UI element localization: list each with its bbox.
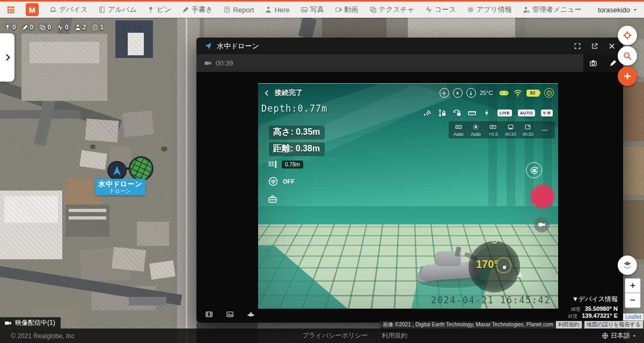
more-settings[interactable]: ⋯ — [537, 123, 554, 137]
toolbox-button[interactable] — [268, 194, 277, 206]
heading-lock-icon[interactable] — [452, 108, 462, 118]
heading-degrees: 170° — [476, 258, 498, 271]
app-grid-icon[interactable] — [6, 5, 15, 14]
search-button[interactable] — [618, 46, 637, 65]
compass-status-icon — [544, 88, 554, 98]
leaflet-link[interactable]: Leaflet — [623, 313, 643, 320]
winch-icon — [268, 176, 279, 187]
refresh-camera-icon — [530, 166, 539, 175]
nav-item-app-info[interactable]: アプリ情報 — [467, 5, 512, 14]
language-selector[interactable]: 日本語 — [602, 331, 636, 340]
nav-item-here[interactable]: Here — [265, 6, 289, 14]
caret-down-icon — [632, 334, 636, 338]
camera-settings-strip: ISOAuto Auto EV+0.5 4K30 4K30 ⋯ — [449, 121, 555, 138]
locate-button[interactable] — [618, 26, 637, 45]
winch-control[interactable]: OFF — [268, 176, 295, 187]
ruler-icon[interactable] — [467, 108, 477, 118]
recordings-icon[interactable] — [205, 310, 213, 318]
page-footer: © 2021 Realglobe, Inc プライバシーポリシー 利用規約 日本… — [0, 329, 644, 343]
counter-pen: 0 — [22, 24, 34, 31]
counter-course: 0 — [57, 24, 69, 31]
live-badge[interactable]: LIVE — [497, 110, 512, 116]
nav-item-texture[interactable]: テクスチャ — [369, 5, 415, 14]
longitude-row: 経度 139.47321° E — [568, 312, 618, 320]
brightness-setting[interactable]: Auto — [467, 123, 484, 137]
map-layers-button[interactable] — [618, 256, 637, 275]
close-icon[interactable] — [608, 42, 616, 50]
marker-title: 水中ドローン — [98, 180, 142, 188]
photo-res-setting[interactable]: 4K30 — [502, 123, 519, 137]
chevron-right-icon — [3, 53, 12, 62]
user-menu[interactable]: torasekido — [598, 6, 638, 14]
streaming-status-badge[interactable]: 映像配信中(1) — [0, 317, 61, 329]
depth-lock-icon[interactable] — [437, 108, 447, 118]
battery-nub — [539, 91, 541, 94]
compass-pointer — [517, 272, 523, 277]
compass-icon — [546, 90, 552, 96]
texture-icon — [39, 24, 46, 31]
nav-item-photo[interactable]: 写真 — [301, 5, 324, 14]
wifi-icon — [513, 88, 523, 98]
record-button[interactable] — [532, 186, 553, 207]
snapshot-camera-icon[interactable] — [589, 59, 597, 67]
modal-header: 水中ドローン — [196, 38, 623, 54]
send-location-icon — [204, 42, 213, 50]
video-res-setting[interactable]: 4K30 — [519, 123, 536, 137]
nav-item-handwriting[interactable]: 手書き — [182, 5, 213, 14]
add-button[interactable] — [618, 67, 637, 86]
ev-setting[interactable]: EV+0.5 — [485, 123, 502, 137]
fullscreen-icon[interactable] — [574, 42, 581, 50]
back-chevron-icon[interactable] — [264, 90, 270, 97]
video-mode-button[interactable] — [534, 217, 550, 232]
nav-item-admin-menu[interactable]: 管理者メニュー — [523, 5, 582, 14]
sonar-view-marker[interactable] — [129, 156, 153, 181]
nav-item-album[interactable]: アルバム — [98, 5, 136, 14]
switch-camera-button[interactable] — [526, 162, 542, 178]
terms-link[interactable]: 利用規約 — [556, 321, 582, 329]
drone-marker-label[interactable]: 水中ドローン ドローン — [95, 179, 145, 195]
svg-text:ISO: ISO — [457, 126, 460, 128]
app-logo[interactable]: M — [26, 3, 39, 16]
marker-subtitle: ドローン — [98, 188, 142, 194]
recording-toolbar: 00:39 — [196, 54, 623, 72]
nav-item-course[interactable]: コース — [425, 5, 456, 14]
map-entity-counters: 0 0 0 0 2 1 — [4, 24, 104, 31]
photo-icon — [507, 123, 514, 130]
zoom-out-button[interactable]: − — [625, 293, 641, 308]
device-info-toggle[interactable]: ▼デバイス情報 — [568, 295, 618, 304]
report-map-error-link[interactable]: 地図の誤りを報告する — [584, 321, 643, 329]
nav-item-device[interactable]: デバイス — [49, 5, 87, 14]
open-external-icon[interactable] — [591, 42, 598, 50]
streaming-label: 映像配信中(1) — [15, 318, 55, 327]
person-icon — [75, 24, 81, 31]
camera-mode-icons: LIVE AUTO V R — [422, 108, 553, 118]
iso-setting[interactable]: ISOAuto — [450, 123, 467, 137]
search-icon — [623, 51, 632, 61]
light-icon[interactable] — [482, 108, 492, 118]
drone-files-icon[interactable] — [247, 310, 255, 318]
nav-item-report[interactable]: Report — [223, 6, 254, 14]
counter-texture: 0 — [39, 24, 51, 31]
pen-icon — [22, 24, 28, 31]
photos-icon[interactable] — [226, 310, 234, 318]
annotate-pencil-icon[interactable] — [609, 59, 617, 67]
video-icon — [335, 6, 342, 13]
video-status-bar: 接続完了 — [264, 88, 303, 98]
auto-badge[interactable]: AUTO — [518, 110, 535, 116]
nav-item-video[interactable]: 動画 — [335, 5, 358, 14]
pen-icon — [182, 6, 189, 13]
zoom-in-button[interactable]: + — [625, 278, 641, 293]
sonar-icon[interactable] — [422, 108, 431, 118]
thermometer-icon — [466, 88, 476, 98]
terms-of-use-link[interactable]: 利用規約 — [382, 331, 407, 340]
sidebar-expand-toggle[interactable] — [0, 33, 14, 82]
distance-readout: 距離: 0.38m — [269, 142, 325, 156]
vr-badge[interactable]: V R — [541, 110, 553, 116]
gauge-value: 0.78m — [282, 160, 303, 169]
drone-map-marker[interactable] — [107, 161, 127, 180]
depth-gauge: 0.78m — [268, 159, 303, 170]
privacy-policy-link[interactable]: プライバシーポリシー — [302, 331, 368, 340]
nav-item-pin[interactable]: ピン — [147, 5, 171, 14]
navigation-arrow-icon — [111, 165, 123, 177]
sun-icon — [472, 123, 479, 130]
